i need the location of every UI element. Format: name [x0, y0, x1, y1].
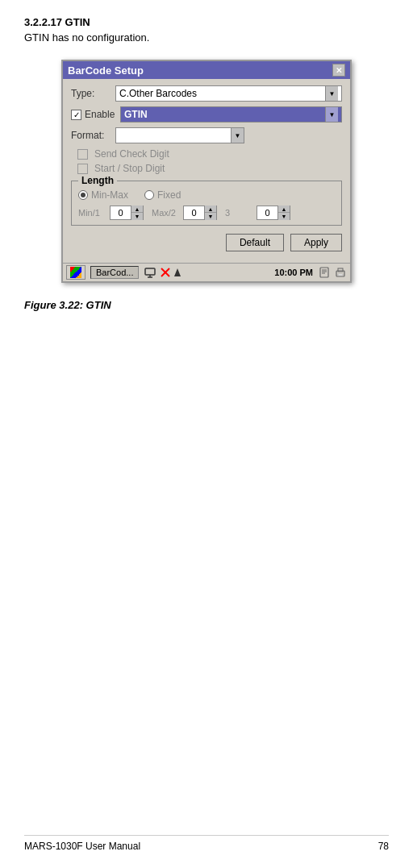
taskbar: BarCod... 10:00 PM [63, 263, 350, 281]
enable-label: Enable [85, 109, 117, 120]
min1-down[interactable]: ▼ [131, 213, 143, 220]
start-stop-digit-row: Start / Stop Digit [71, 163, 342, 174]
col3-input[interactable] [257, 206, 277, 219]
minmax-radio-item[interactable]: Min-Max [78, 189, 128, 201]
barcode-setup-dialog: BarCode Setup ✕ Type: C.Other Barcodes ▼… [61, 60, 352, 283]
length-legend: Length [78, 175, 117, 186]
page-footer: MARS-1030F User Manual 78 [24, 835, 389, 852]
col3-down[interactable]: ▼ [278, 213, 290, 220]
send-check-digit-row: Send Check Digit [71, 148, 342, 160]
type-label: Type: [71, 88, 115, 99]
taskbar-right-icons [318, 266, 347, 279]
section-subtitle: GTIN has no configuration. [24, 31, 389, 44]
fixed-label: Fixed [157, 189, 181, 201]
col3-up[interactable]: ▲ [278, 206, 290, 213]
max2-label: Max/2 [152, 208, 180, 218]
close-button[interactable]: ✕ [332, 64, 345, 77]
svg-rect-12 [338, 274, 343, 276]
enable-checkbox[interactable]: ✓ [71, 110, 81, 120]
start-logo [70, 267, 81, 278]
taskbar-icons-area [144, 266, 181, 279]
start-stop-label: Start / Stop Digit [94, 163, 165, 174]
min1-label: Min/1 [78, 208, 106, 218]
max2-arrows: ▲ ▼ [204, 206, 216, 220]
pencil-icon [318, 266, 331, 279]
fixed-radio-item[interactable]: Fixed [144, 189, 181, 201]
type-dropdown-arrow[interactable]: ▼ [325, 86, 338, 101]
type-dropdown[interactable]: C.Other Barcodes ▼ [115, 85, 342, 102]
type-value: C.Other Barcodes [119, 88, 325, 99]
fixed-radio[interactable] [144, 190, 154, 200]
footer-right: 78 [378, 841, 389, 852]
min1-up[interactable]: ▲ [131, 206, 143, 213]
start-stop-checkbox[interactable] [77, 164, 88, 174]
start-button[interactable] [66, 265, 86, 280]
dialog-titlebar: BarCode Setup ✕ [63, 61, 350, 79]
device-icon [144, 266, 156, 279]
dialog-body: Type: C.Other Barcodes ▼ ✓ Enable GTIN ▼… [63, 79, 350, 263]
radio-row: Min-Max Fixed [78, 186, 335, 201]
enable-dropdown-arrow[interactable]: ▼ [325, 107, 338, 122]
min1-input[interactable] [111, 206, 131, 219]
dialog-title: BarCode Setup [68, 64, 144, 77]
printer-icon [334, 266, 347, 279]
send-check-digit-checkbox[interactable] [77, 149, 88, 160]
apply-button[interactable]: Apply [290, 234, 342, 251]
section-title: 3.2.2.17 GTIN [24, 16, 389, 28]
arrow-icon [174, 267, 181, 278]
footer-left: MARS-1030F User Manual [24, 841, 140, 852]
minmax-row: Min/1 ▲ ▼ Max/2 ▲ ▼ 3 [78, 206, 335, 220]
svg-rect-0 [145, 268, 155, 275]
max2-input[interactable] [184, 206, 204, 219]
length-group: Length Min-Max Fixed Min/1 ▲ [71, 181, 342, 226]
enable-checkmark: ✓ [73, 110, 80, 119]
min1-spinbox[interactable]: ▲ ▼ [110, 206, 144, 220]
enable-value-dropdown[interactable]: GTIN ▼ [120, 106, 342, 123]
x-icon [160, 267, 171, 278]
taskbar-time: 10:00 PM [274, 268, 313, 277]
max2-spinbox[interactable]: ▲ ▼ [183, 206, 217, 220]
default-button[interactable]: Default [226, 234, 284, 251]
max2-down[interactable]: ▼ [205, 213, 216, 220]
col3-spinbox[interactable]: ▲ ▼ [257, 206, 290, 220]
type-row: Type: C.Other Barcodes ▼ [71, 85, 342, 102]
enable-row: ✓ Enable GTIN ▼ [71, 106, 342, 123]
enable-value: GTIN [124, 109, 325, 120]
svg-rect-6 [320, 268, 328, 277]
svg-marker-5 [174, 268, 181, 276]
col3-label: 3 [225, 208, 253, 218]
format-label: Format: [71, 130, 115, 141]
figure-caption: Figure 3.22: GTIN [24, 299, 389, 311]
format-dropdown[interactable]: ▼ [115, 127, 244, 143]
format-row: Format: ▼ [71, 127, 342, 143]
minmax-label: Min-Max [91, 189, 128, 201]
max2-up[interactable]: ▲ [205, 206, 216, 213]
button-row: Default Apply [71, 234, 342, 251]
col3-arrows: ▲ ▼ [277, 206, 290, 220]
taskbar-app-button[interactable]: BarCod... [90, 266, 139, 279]
min1-arrows: ▲ ▼ [131, 206, 143, 220]
format-dropdown-arrow[interactable]: ▼ [231, 128, 244, 143]
send-check-digit-label: Send Check Digit [94, 148, 169, 160]
minmax-radio[interactable] [78, 190, 88, 200]
